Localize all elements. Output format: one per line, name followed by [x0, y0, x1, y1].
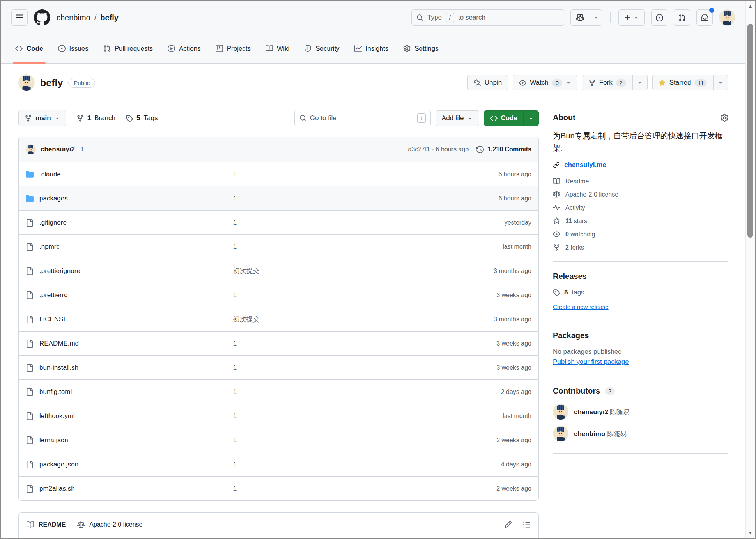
commit-message[interactable]: 初次提交 [233, 266, 442, 275]
create-new-button[interactable] [618, 9, 645, 26]
fork-dropdown-button[interactable] [632, 75, 648, 90]
play-icon [168, 45, 175, 52]
edit-readme-button[interactable] [504, 521, 512, 528]
watch-button[interactable]: Watch 0 [513, 75, 577, 90]
notifications-inbox-button[interactable] [696, 9, 713, 26]
table-row[interactable]: .gitignore 1 yesterday [19, 210, 538, 234]
watching-link[interactable]: 0 watching [553, 230, 728, 238]
scrollbar-up-arrow[interactable]: ▲ [746, 3, 755, 10]
star-fill-icon [659, 79, 666, 87]
search-placeholder-post: to search [458, 14, 485, 21]
hamburger-menu-button[interactable] [11, 9, 28, 26]
branch-selector-button[interactable]: main [18, 110, 66, 126]
star-dropdown-button[interactable] [713, 75, 728, 90]
pulse-icon [553, 204, 560, 211]
branches-link[interactable]: 1 Branch [76, 114, 115, 122]
breadcrumb-owner[interactable]: chenbimo [57, 13, 90, 22]
gear-icon [721, 114, 728, 122]
contributors-header: Contributors 2 [553, 387, 728, 395]
global-search-input[interactable]: Type / to search [411, 9, 564, 26]
github-logo[interactable] [34, 9, 50, 26]
code-clone-button[interactable]: Code [484, 110, 524, 126]
readme-link[interactable]: Readme [553, 177, 728, 185]
forks-link[interactable]: 2 forks [553, 244, 728, 251]
fork-button-group: Fork 2 [582, 75, 648, 90]
code-dropdown-button[interactable] [524, 110, 539, 126]
copilot-dropdown-button[interactable] [590, 10, 602, 25]
tab-issues[interactable]: Issues [52, 34, 95, 63]
commit-message-link[interactable]: 1 [80, 145, 84, 153]
tab-wiki[interactable]: Wiki [259, 34, 296, 63]
scrollbar-down-arrow[interactable]: ▼ [746, 529, 755, 536]
table-row[interactable]: lerna.json 1 2 weeks ago [19, 428, 538, 452]
table-row[interactable]: package.json 1 4 days ago [19, 452, 538, 476]
commit-message[interactable]: 1 [233, 364, 442, 372]
commit-message[interactable]: 1 [233, 291, 442, 299]
license-link[interactable]: Apache-2.0 license [553, 191, 728, 198]
tab-pull-requests[interactable]: Pull requests [97, 34, 159, 63]
file-icon [26, 388, 34, 396]
website-link[interactable]: chensuiyi.me [564, 161, 606, 169]
commit-message[interactable]: 1 [233, 388, 442, 396]
commit-message[interactable]: 1 [233, 485, 442, 493]
table-row[interactable]: lefthook.yml 1 last month [19, 404, 538, 428]
tab-license[interactable]: Apache-2.0 license [77, 521, 142, 528]
commit-message[interactable]: 1 [233, 461, 442, 468]
list-item[interactable]: chenbimo陈随易 [553, 426, 728, 441]
tab-settings[interactable]: Settings [397, 34, 444, 63]
list-item[interactable]: chensuiyi2陈随易 [553, 404, 728, 420]
issues-dashboard-button[interactable] [651, 9, 667, 26]
vertical-scrollbar[interactable]: ▲ ▼ [745, 1, 755, 538]
edit-repo-details-button[interactable] [721, 114, 728, 122]
tab-code[interactable]: Code [9, 34, 50, 63]
commit-author-link[interactable]: chensuiyi2 [41, 145, 75, 153]
stars-link[interactable]: 11 stars [553, 217, 728, 225]
commit-message[interactable]: 1 [233, 436, 442, 444]
table-row[interactable]: .npmrc 1 last month [19, 234, 538, 259]
tags-summary-link[interactable]: 5 tags [553, 289, 728, 296]
commit-message[interactable]: 初次提交 [233, 315, 442, 324]
table-row[interactable]: packages 1 6 hours ago [19, 186, 538, 210]
breadcrumb-repo[interactable]: befly [100, 13, 119, 22]
tab-security[interactable]: Security [298, 34, 345, 63]
history-icon [476, 146, 484, 153]
pencil-icon [504, 521, 512, 528]
starred-button[interactable]: Starred 11 [652, 75, 713, 90]
commit-sha-time[interactable]: a3c27f1 · 6 hours ago [408, 146, 469, 153]
commit-message[interactable]: 1 [233, 412, 442, 420]
tab-actions[interactable]: Actions [161, 34, 207, 63]
unpin-button[interactable]: Unpin [467, 75, 508, 90]
fork-button[interactable]: Fork 2 [582, 75, 632, 90]
table-row[interactable]: .claude 1 6 hours ago [19, 162, 538, 186]
commit-history-link[interactable]: 1,210 Commits [476, 146, 531, 153]
table-row[interactable]: pm2alias.sh 1 2 weeks ago [19, 476, 538, 500]
table-row[interactable]: LICENSE 初次提交 3 months ago [19, 307, 538, 331]
add-file-button[interactable]: Add file [436, 110, 479, 126]
outline-button[interactable] [523, 521, 531, 528]
table-row[interactable]: .prettierrc 1 3 weeks ago [19, 283, 538, 307]
activity-link[interactable]: Activity [553, 204, 728, 211]
user-avatar-menu[interactable] [719, 9, 735, 26]
commit-message[interactable]: 1 [233, 219, 442, 227]
commit-message[interactable]: 1 [233, 340, 442, 348]
tab-insights[interactable]: Insights [348, 34, 395, 63]
readme-tab-bar: README Apache-2.0 license [19, 513, 538, 536]
tags-link[interactable]: 5 Tags [126, 114, 158, 122]
commit-date: 3 weeks ago [442, 340, 531, 347]
pull-requests-dashboard-button[interactable] [674, 9, 690, 26]
commit-message[interactable]: 1 [233, 195, 442, 202]
go-to-file-input[interactable] [310, 114, 414, 122]
table-row[interactable]: bun-install.sh 1 3 weeks ago [19, 355, 538, 379]
commit-message[interactable]: 1 [233, 243, 442, 251]
table-row[interactable]: .prettierignore 初次提交 3 months ago [19, 259, 538, 283]
commit-message[interactable]: 1 [233, 170, 442, 178]
tab-projects[interactable]: Projects [209, 34, 257, 63]
table-row[interactable]: README.md 1 3 weeks ago [19, 331, 538, 355]
create-release-link[interactable]: Create a new release [553, 303, 609, 310]
copilot-button[interactable] [571, 10, 590, 25]
page-title[interactable]: befly [40, 77, 63, 89]
table-row[interactable]: bunfig.toml 1 2 days ago [19, 379, 538, 404]
tab-readme[interactable]: README [27, 521, 66, 528]
scrollbar-thumb[interactable] [747, 24, 753, 238]
publish-package-link[interactable]: Publish your first package [553, 358, 629, 366]
